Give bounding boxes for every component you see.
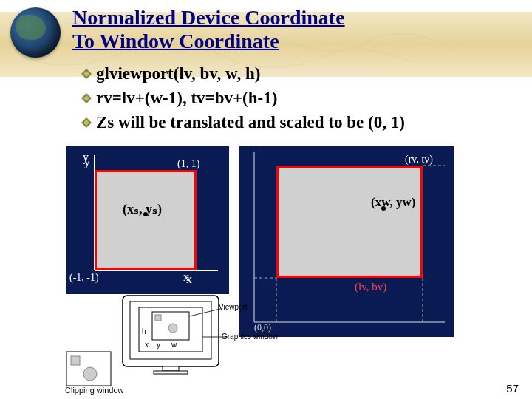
svg-rect-25 [163,366,179,371]
x-axis-text: x [183,270,189,284]
bullet-text: glviewport(lv, bv, w, h) [96,64,260,85]
bullet-item: Zs will be translated and scaled to be (… [81,112,495,134]
ndc-diagram: y x (1, 1) (-1, -1) (xₛ, yₛ) y x [66,146,229,294]
bullet-item: rv=lv+(w-1), tv=bv+(h-1) [81,88,495,109]
title-line1: Normalized Device Coordinate [72,6,345,29]
svg-text:y: y [157,341,160,349]
point-label: (xw, yw) [371,195,415,210]
bullet-item: glviewport(lv, bv, w, h) [81,64,495,85]
bullet-text: Zs will be translated and scaled to be (… [96,112,405,134]
page-number: 57 [506,382,519,395]
title-line2: To Window Coordinate [72,30,279,52]
corner-tr-label: (rv, tv) [405,154,433,166]
corner-tr-label: (1, 1) [177,158,200,170]
svg-text:w: w [171,341,177,349]
svg-point-24 [168,324,177,332]
viewport-label: Viewport [219,303,248,311]
globe-icon [10,7,61,58]
gfx-window-label: Graphics window [222,332,278,341]
monitor-diagram: h w x y Viewport Graphics window Clippin… [65,294,235,390]
svg-text:x: x [145,341,149,349]
corner-bl-label: (lv, bv) [355,281,386,293]
diamond-bullet-icon [81,117,92,128]
y-axis-text: y [83,151,89,164]
bullet-list: glviewport(lv, bv, w, h) rv=lv+(w-1), tv… [81,64,495,136]
slide-title: Normalized Device Coordinate To Window C… [72,6,345,53]
svg-rect-17 [71,356,80,365]
svg-rect-26 [154,371,188,374]
diamond-bullet-icon [81,93,92,103]
svg-text:h: h [142,327,146,335]
point-label: (xₛ, yₛ) [123,201,162,217]
svg-rect-23 [155,315,161,321]
clipping-window-label: Clipping window [65,386,124,395]
bullet-text: rv=lv+(w-1), tv=bv+(h-1) [96,88,277,109]
window-diagram: (rv, tv) (lv, bv) (xw, yw) (0,0) [239,146,454,337]
svg-point-18 [83,367,97,381]
diamond-bullet-icon [81,69,92,79]
origin-label: (0,0) [254,322,271,333]
corner-bl-label: (-1, -1) [69,272,99,284]
